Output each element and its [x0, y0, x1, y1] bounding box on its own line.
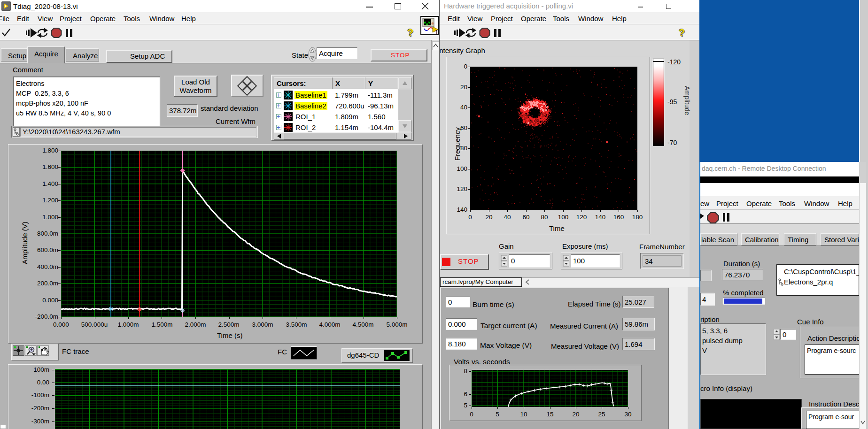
- svg-text:1: 1: [435, 29, 438, 35]
